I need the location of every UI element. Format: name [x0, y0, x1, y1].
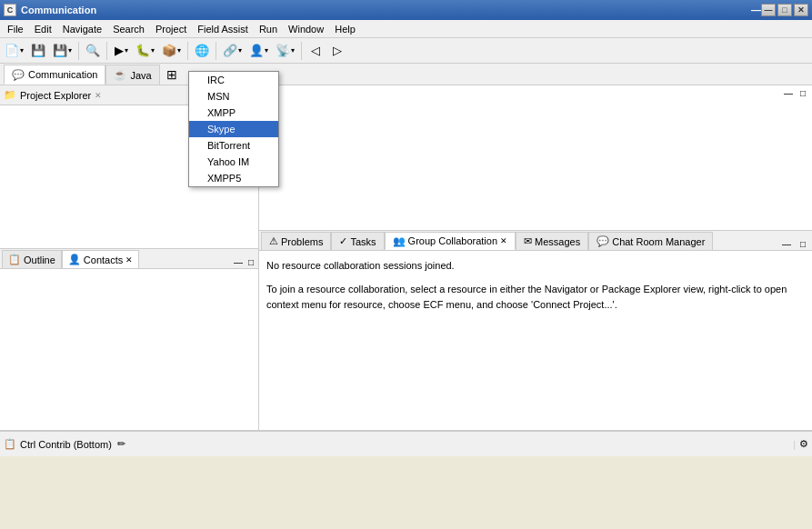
menu-bar: File Edit Navigate Search Project Field …	[0, 20, 812, 38]
bottom-maximize[interactable]: □	[797, 238, 808, 250]
group-collab-tab-label: Group Collaboration	[408, 235, 497, 246]
editor-minimize[interactable]: —	[781, 87, 796, 99]
folder-icon: 📁	[4, 89, 16, 101]
status-separator: |	[793, 439, 796, 450]
menu-run[interactable]: Run	[254, 22, 283, 36]
add-account-button[interactable]: 👤 ▾	[246, 41, 271, 61]
bottom-tab-bar: ⚠ Problems ✓ Tasks 👥 Group Collaboration…	[259, 231, 812, 251]
menu-search[interactable]: Search	[107, 22, 150, 36]
tab-group-collaboration[interactable]: 👥 Group Collaboration ✕	[385, 232, 516, 250]
contacts-tab-label: Contacts	[84, 255, 123, 265]
open-perspective-button[interactable]: ⊞	[162, 65, 182, 85]
problems-tab-label: Problems	[281, 236, 323, 247]
dropdown-item-irc[interactable]: IRC	[189, 72, 278, 88]
chat-room-tab-label: Chat Room Manager	[612, 236, 705, 247]
group-collab-tab-close[interactable]: ✕	[500, 236, 507, 245]
forward-button[interactable]: ▷	[327, 41, 347, 61]
minimize-button[interactable]: —	[761, 4, 776, 16]
messages-icon: ✉	[524, 235, 532, 247]
collab-line2: To join a resource collaboration, select…	[266, 282, 805, 314]
run-arrow[interactable]: ▾	[125, 46, 128, 55]
tab-tasks[interactable]: ✓ Tasks	[331, 232, 384, 250]
menu-help[interactable]: Help	[329, 22, 361, 36]
globe-button[interactable]: 🌐	[192, 41, 212, 61]
tab-problems[interactable]: ⚠ Problems	[261, 232, 331, 250]
dropdown-item-skype[interactable]: Skype	[189, 121, 278, 137]
project-explorer-close-icon: ✕	[95, 91, 102, 100]
protocol-button[interactable]: 📡 ▾	[273, 41, 297, 61]
main-layout: 📁 Project Explorer ✕ — □ 📋 Outline	[0, 85, 812, 431]
right-editor-area: — □	[259, 85, 812, 230]
bottom-left-maximize[interactable]: □	[246, 256, 256, 268]
add-account-icon: 👤	[249, 44, 264, 57]
save-button[interactable]: 💾	[28, 41, 48, 61]
project-explorer-title: Project Explorer	[20, 90, 91, 101]
tasks-tab-label: Tasks	[350, 236, 376, 247]
menu-project[interactable]: Project	[150, 22, 192, 36]
maximize-button[interactable]: □	[777, 4, 792, 16]
status-icon-left: 📋	[4, 438, 16, 450]
dropdown-item-yahoo-im[interactable]: Yahoo IM	[189, 154, 278, 170]
menu-edit[interactable]: Edit	[29, 22, 57, 36]
run-button[interactable]: ▶ ▾	[111, 41, 131, 61]
save-all-arrow[interactable]: ▾	[68, 46, 72, 55]
close-button[interactable]: ✕	[794, 4, 808, 16]
tab-contacts[interactable]: 👤 Contacts ✕	[62, 250, 139, 268]
back-button[interactable]: ◁	[306, 41, 326, 61]
search-button[interactable]: 🔍	[83, 41, 103, 61]
menu-navigate[interactable]: Navigate	[57, 22, 107, 36]
title-bar: C Communication — — □ ✕	[0, 0, 812, 20]
add-account-arrow[interactable]: ▾	[265, 46, 268, 55]
messages-tab-label: Messages	[535, 236, 580, 247]
save-all-icon: 💾	[53, 44, 67, 57]
debug-button[interactable]: 🐛 ▾	[133, 41, 157, 61]
window-title: Communication	[21, 5, 748, 15]
project-explorer-header-left: 📁 Project Explorer ✕	[4, 89, 102, 101]
dropdown-item-xmpp5[interactable]: XMPP5	[189, 170, 278, 186]
java-tab-label: Java	[130, 70, 151, 81]
editor-controls: — □	[781, 87, 808, 99]
tab-chat-room-manager[interactable]: 💬 Chat Room Manager	[588, 232, 713, 250]
tab-java[interactable]: ☕ Java	[105, 65, 159, 85]
tab-outline[interactable]: 📋 Outline	[2, 250, 62, 268]
save-all-button[interactable]: 💾 ▾	[50, 41, 75, 61]
menu-file[interactable]: File	[2, 22, 29, 36]
external-arrow[interactable]: ▾	[177, 46, 181, 55]
new-dropdown-arrow[interactable]: ▾	[20, 46, 24, 55]
window-controls: — □ ✕	[761, 4, 808, 16]
dropdown-item-bittorrent[interactable]: BitTorrent	[189, 137, 278, 154]
debug-arrow[interactable]: ▾	[151, 46, 155, 55]
protocol-arrow[interactable]: ▾	[291, 46, 295, 55]
toolbar: 📄 ▾ 💾 💾 ▾ 🔍 ▶ ▾ 🐛 ▾ 📦 ▾ 🌐 🔗 ▾ 👤 ▾ 📡 ▾ ◁ …	[0, 38, 812, 64]
menu-field-assist[interactable]: Field Assist	[192, 22, 254, 36]
new-button[interactable]: 📄 ▾	[2, 41, 26, 61]
bottom-minimize[interactable]: —	[779, 238, 794, 250]
contacts-content	[0, 269, 258, 430]
bottom-tab-controls: — □	[779, 238, 812, 250]
tasks-icon: ✓	[339, 235, 347, 247]
tab-messages[interactable]: ✉ Messages	[516, 232, 588, 250]
connect-arrow[interactable]: ▾	[238, 46, 242, 55]
status-bar: 📋 Ctrl Contrib (Bottom) ✏ | ⚙	[0, 431, 812, 456]
forward-icon: ▷	[333, 44, 342, 57]
right-panel: — □ ⚠ Problems ✓ Tasks 👥 Group Collabora…	[259, 85, 812, 430]
contacts-icon: 👤	[68, 254, 81, 265]
menu-window[interactable]: Window	[283, 22, 329, 36]
tab-communication[interactable]: 💬 Communication	[4, 65, 105, 85]
collab-line1: No resource collaboration sessions joine…	[266, 258, 805, 274]
contacts-tab-close[interactable]: ✕	[125, 255, 133, 264]
toolbar-separator-4	[216, 42, 216, 60]
debug-icon: 🐛	[135, 44, 150, 57]
external-icon: 📦	[162, 44, 176, 57]
dropdown-item-msn[interactable]: MSN	[189, 88, 278, 105]
toolbar-separator-1	[78, 42, 79, 60]
bottom-left-controls: — □	[231, 256, 258, 268]
dropdown-item-xmpp[interactable]: XMPP	[189, 105, 278, 121]
run-icon: ▶	[115, 44, 124, 57]
editor-maximize[interactable]: □	[797, 87, 808, 99]
bottom-left-minimize[interactable]: —	[231, 256, 246, 268]
external-button[interactable]: 📦 ▾	[159, 41, 184, 61]
title-dash: —	[748, 5, 761, 15]
new-icon: 📄	[5, 44, 19, 57]
connect-button[interactable]: 🔗 ▾	[220, 41, 245, 61]
